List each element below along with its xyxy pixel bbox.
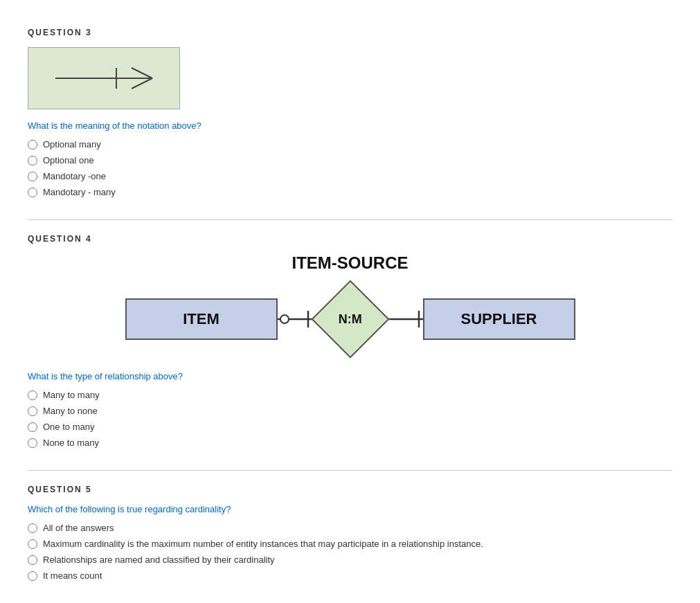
q3-option-2-label: Optional one	[43, 155, 94, 165]
q3-radio-4[interactable]	[28, 188, 37, 197]
left-connector-svg	[278, 298, 312, 340]
q5-option-2-label: Maximum cardinality is the maximum numbe…	[43, 539, 483, 549]
q3-question-text: What is the meaning of the notation abov…	[28, 120, 672, 131]
q5-radio-1[interactable]	[28, 523, 37, 533]
q4-diagram-title: ITEM-SOURCE	[292, 253, 409, 273]
relationship-label: N:M	[339, 312, 362, 327]
q4-option-2[interactable]: Many to none	[28, 406, 672, 416]
question-3-label: QUESTION 3	[28, 28, 672, 37]
q3-option-4-label: Mandotary - many	[43, 187, 116, 197]
q4-question-text: What is the type of relationship above?	[28, 371, 672, 381]
q5-option-4[interactable]: It means count	[28, 570, 672, 581]
q4-option-3[interactable]: One to many	[28, 422, 672, 432]
q4-option-4[interactable]: None to many	[28, 438, 672, 448]
q5-option-2[interactable]: Maximum cardinality is the maximum numbe…	[28, 539, 672, 549]
q4-option-3-label: One to many	[43, 422, 94, 432]
relationship-diamond: N:M	[312, 281, 388, 357]
q3-radio-3[interactable]	[28, 172, 37, 181]
question-5-label: QUESTION 5	[28, 485, 672, 494]
right-connector-svg	[388, 298, 423, 340]
question-4-label: QUESTION 4	[28, 234, 672, 244]
q5-radio-4[interactable]	[28, 571, 37, 581]
q4-row: ITEM N:M SU	[125, 281, 575, 357]
q5-option-3-label: Relationships are named and classified b…	[43, 555, 275, 565]
q5-option-3[interactable]: Relationships are named and classified b…	[28, 555, 672, 565]
q5-radio-3[interactable]	[28, 555, 37, 565]
q4-radio-3[interactable]	[28, 422, 37, 432]
q3-option-1[interactable]: Optional many	[28, 139, 672, 150]
q3-notation-svg	[42, 54, 166, 102]
q5-option-4-label: It means count	[43, 570, 102, 581]
supplier-entity: SUPPLIER	[423, 298, 575, 340]
svg-point-6	[280, 315, 289, 323]
q3-option-3-label: Mandotary -one	[43, 171, 106, 181]
q3-option-3[interactable]: Mandotary -one	[28, 171, 672, 181]
question-3-section: QUESTION 3 What is the meaning of the no…	[28, 14, 672, 220]
q4-radio-1[interactable]	[28, 390, 37, 400]
q5-option-1[interactable]: All of the answers	[28, 523, 672, 533]
q3-option-4[interactable]: Mandotary - many	[28, 187, 672, 197]
q5-radio-2[interactable]	[28, 539, 37, 549]
diamond-shape: N:M	[311, 280, 389, 358]
q4-option-1-label: Many to many	[43, 390, 100, 400]
q4-option-4-label: None to many	[43, 438, 99, 448]
q3-radio-2[interactable]	[28, 156, 37, 165]
svg-line-3	[132, 78, 152, 89]
q4-radio-2[interactable]	[28, 406, 37, 416]
q3-option-1-label: Optional many	[43, 139, 101, 150]
q5-question-text: Which of the following is true regarding…	[28, 504, 672, 514]
q3-diagram	[28, 47, 180, 109]
q3-option-2[interactable]: Optional one	[28, 155, 672, 165]
q4-radio-4[interactable]	[28, 438, 37, 448]
q4-option-1[interactable]: Many to many	[28, 390, 672, 400]
q3-radio-1[interactable]	[28, 140, 37, 150]
q5-option-1-label: All of the answers	[43, 523, 114, 533]
q4-diagram: ITEM-SOURCE ITEM N:M	[28, 253, 672, 357]
q4-option-2-label: Many to none	[43, 406, 98, 416]
svg-line-2	[132, 68, 152, 78]
item-entity: ITEM	[125, 298, 278, 340]
question-5-section: QUESTION 5 Which of the following is tru…	[28, 471, 672, 603]
question-4-section: QUESTION 4 ITEM-SOURCE ITEM N:M	[28, 220, 672, 471]
